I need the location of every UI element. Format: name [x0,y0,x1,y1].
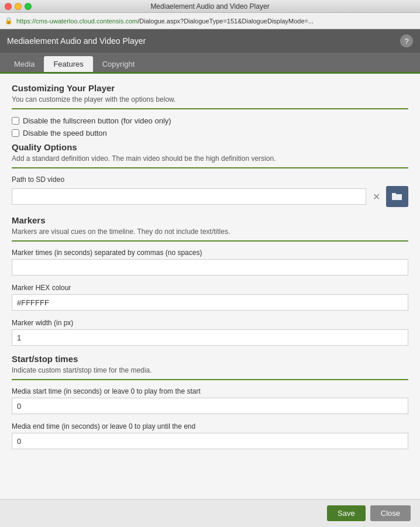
quality-desc: Add a standard definition video. The mai… [12,154,408,163]
customizing-desc: You can customize the player with the op… [12,95,408,104]
checkbox-speed[interactable] [12,129,19,137]
media-end-field-group: Media end time (in seconds) or leave 0 t… [12,422,408,449]
close-window-btn[interactable] [5,3,12,10]
sd-video-row: ✕ [12,186,408,207]
markers-section: Markers Markers are visual cues on the t… [12,215,408,242]
minimize-window-btn[interactable] [15,3,22,10]
url-display: https://cms-uwaterloo.cloud.contensis.co… [16,18,314,25]
media-start-label: Media start time (in seconds) or leave 0… [12,387,408,395]
marker-hex-field-group: Marker HEX colour [12,284,408,311]
media-start-input[interactable] [12,398,408,414]
startstop-title: Start/stop times [12,354,408,364]
marker-width-label: Marker width (in px) [12,319,408,327]
quality-section: Quality Options Add a standard definitio… [12,142,408,168]
sd-video-label: Path to SD video [12,175,408,184]
close-button[interactable]: Close [370,505,411,521]
tab-bar: Media Features Copyright [0,53,420,74]
tab-copyright[interactable]: Copyright [93,56,144,72]
checkbox-speed-row: Disable the speed button [12,129,408,137]
marker-times-input[interactable] [12,259,408,275]
dialog-container: Mediaelement Audio and Video Player ? Me… [0,29,420,527]
media-end-label: Media end time (in seconds) or leave 0 t… [12,422,408,430]
quality-divider [12,167,408,168]
marker-hex-label: Marker HEX colour [12,284,408,292]
checkbox-fullscreen-row: Disable the fullscreen button (for video… [12,116,408,125]
dialog-header: Mediaelement Audio and Video Player ? [0,29,420,53]
startstop-desc: Indicate custom start/stop time for the … [12,366,408,374]
content-area: Customizing Your Player You can customiz… [0,74,420,499]
address-bar: 🔒 https://cms-uwaterloo.cloud.contensis.… [0,13,420,29]
window-title: Mediaelement Audio and Video Player [150,2,269,11]
checkbox-speed-label: Disable the speed button [23,129,107,137]
help-button[interactable]: ? [400,35,413,47]
markers-desc: Markers are visual cues on the timeline.… [12,228,408,236]
marker-times-field-group: Marker times (in seconds) separated by c… [12,249,408,275]
checkbox-fullscreen-label: Disable the fullscreen button (for video… [23,116,171,125]
customizing-title: Customizing Your Player [12,83,408,93]
media-end-input[interactable] [12,433,408,449]
startstop-divider [12,379,408,380]
lock-icon: 🔒 [5,17,13,25]
window-controls [5,3,32,10]
svg-rect-0 [392,194,402,200]
checkbox-fullscreen[interactable] [12,117,19,125]
customizing-section: Customizing Your Player You can customiz… [12,83,408,109]
marker-width-field-group: Marker width (in px) [12,319,408,346]
title-bar: Mediaelement Audio and Video Player [0,0,420,13]
sd-video-input[interactable] [12,188,366,205]
customizing-divider [12,108,408,109]
marker-times-label: Marker times (in seconds) separated by c… [12,249,408,257]
svg-rect-1 [392,193,396,195]
marker-hex-input[interactable] [12,294,408,311]
save-button[interactable]: Save [327,505,366,521]
startstop-section: Start/stop times Indicate custom start/s… [12,354,408,380]
dialog-title: Mediaelement Audio and Video Player [7,36,146,46]
sd-video-clear-button[interactable]: ✕ [370,190,383,203]
tab-features[interactable]: Features [44,56,92,72]
quality-title: Quality Options [12,142,408,152]
sd-video-file-button[interactable] [386,186,408,207]
dialog-footer: Save Close [0,499,420,527]
tab-media[interactable]: Media [5,56,44,72]
maximize-window-btn[interactable] [25,3,32,10]
markers-divider [12,240,408,242]
sd-video-field-group: Path to SD video ✕ [12,175,408,207]
marker-width-input[interactable] [12,329,408,346]
media-start-field-group: Media start time (in seconds) or leave 0… [12,387,408,414]
folder-icon [392,192,402,201]
markers-title: Markers [12,215,408,225]
